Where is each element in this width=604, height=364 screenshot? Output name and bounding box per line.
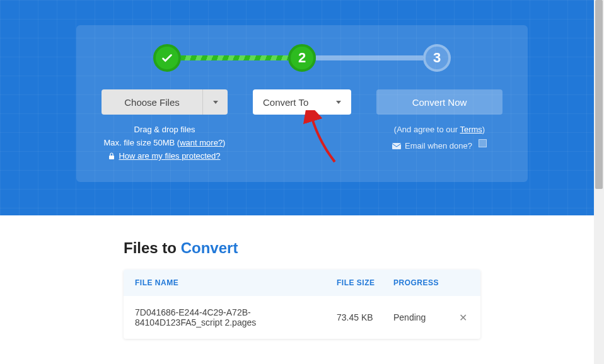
file-name: 7D041686-E244-4C29-A72B-84104D123FA5_scr…: [135, 307, 337, 327]
close-icon: ✕: [459, 312, 467, 323]
step-2-current: 2: [288, 44, 316, 72]
email-done-label: Email when done?: [405, 141, 472, 151]
table-head: FILE NAME FILE SIZE PROGRESS: [124, 270, 480, 296]
choose-files-button[interactable]: Choose Files: [102, 89, 202, 115]
checkmark-icon: [160, 51, 174, 65]
step-line-2-3: [316, 55, 423, 60]
upload-card: 2 3 Choose Files Convert To Convert Now: [76, 25, 528, 182]
step-3-label: 3: [433, 50, 441, 66]
svg-rect-0: [109, 156, 114, 159]
convert-to-button[interactable]: Convert To: [253, 89, 351, 115]
file-progress: Pending: [393, 312, 456, 322]
mail-icon: [392, 143, 401, 149]
step-2-label: 2: [298, 50, 306, 66]
max-size-hint: Max. file size 50MB (want more?): [102, 138, 228, 147]
remove-file-button[interactable]: ✕: [456, 312, 469, 324]
step-3-pending: 3: [423, 44, 451, 72]
files-table: FILE NAME FILE SIZE PROGRESS 7D041686-E2…: [124, 270, 480, 339]
svg-rect-1: [392, 143, 401, 149]
caret-down-icon: [213, 101, 218, 104]
table-row: 7D041686-E244-4C29-A72B-84104D123FA5_scr…: [124, 296, 480, 339]
email-done-checkbox[interactable]: [479, 139, 487, 147]
drag-drop-hint: Drag & drop files: [102, 125, 228, 134]
convert-now-button[interactable]: Convert Now: [376, 89, 502, 115]
protected-link[interactable]: How are my files protected?: [119, 151, 220, 161]
hints-row: Drag & drop files Max. file size 50MB (w…: [102, 125, 502, 164]
choose-files-dropdown[interactable]: [202, 89, 228, 115]
terms-link[interactable]: Terms: [460, 125, 482, 134]
stepper: 2 3: [102, 44, 502, 72]
terms-hint: (And agree to our Terms): [376, 125, 502, 134]
step-1-done: [153, 44, 181, 72]
hints-left: Drag & drop files Max. file size 50MB (w…: [102, 125, 228, 164]
scrollbar[interactable]: [594, 0, 604, 364]
choose-files-group: Choose Files: [102, 89, 228, 115]
column-name: FILE NAME: [135, 278, 337, 287]
hints-right: (And agree to our Terms) Email when done…: [376, 125, 502, 164]
file-size: 73.45 KB: [337, 312, 393, 322]
column-size: FILE SIZE: [337, 278, 393, 287]
step-line-1-2: [181, 55, 288, 60]
convert-to-label: Convert To: [263, 97, 308, 108]
want-more-link[interactable]: want more?: [180, 138, 223, 147]
hero-section: 2 3 Choose Files Convert To Convert Now: [0, 0, 604, 215]
lock-icon: [108, 152, 115, 160]
files-section: Files to Convert FILE NAME FILE SIZE PRO…: [0, 215, 604, 339]
files-heading: Files to Convert: [124, 239, 480, 257]
column-progress: PROGRESS: [393, 278, 456, 287]
email-done-hint: Email when done?: [376, 139, 502, 152]
button-row: Choose Files Convert To Convert Now: [102, 89, 502, 115]
protected-hint: How are my files protected?: [102, 151, 228, 161]
caret-down-icon: [336, 101, 341, 104]
scrollbar-thumb[interactable]: [595, 0, 603, 189]
